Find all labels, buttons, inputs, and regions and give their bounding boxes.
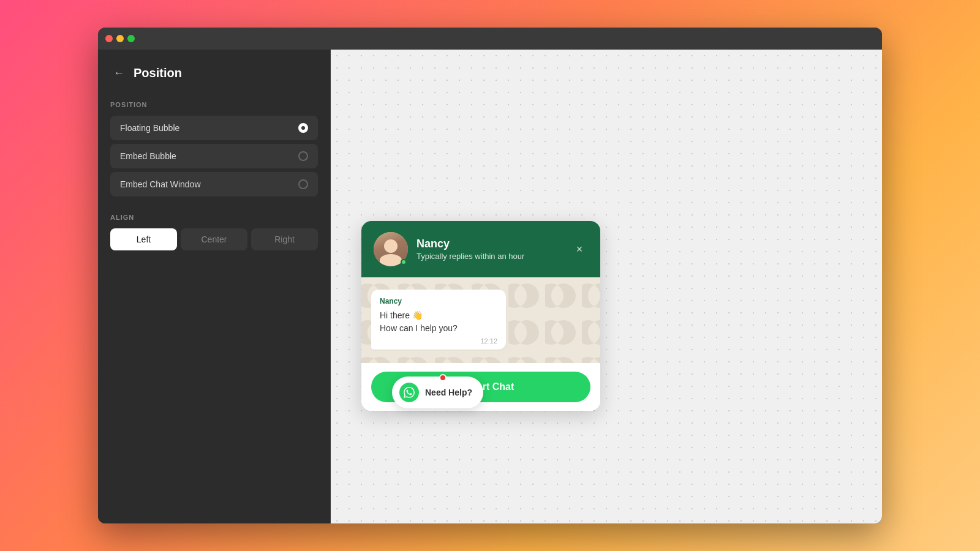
online-indicator — [401, 259, 407, 265]
align-section-label: ALIGN — [110, 214, 318, 221]
position-option-embed-chat-window[interactable]: Embed Chat Window — [110, 172, 318, 197]
radio-embed-chat-window[interactable] — [298, 179, 308, 189]
chat-header-left: Nancy Typically replies within an hour — [374, 232, 524, 266]
avatar-container — [374, 232, 408, 266]
position-option-label: Embed Bubble — [120, 151, 176, 161]
sidebar: ← Position POSITION Floating Bubble — [98, 50, 331, 523]
main-content: ← Position POSITION Floating Bubble — [98, 50, 882, 523]
chat-header: Nancy Typically replies within an hour × — [361, 221, 600, 277]
align-buttons: Left Center Right — [110, 228, 318, 250]
traffic-lights — [105, 35, 135, 42]
agent-status: Typically replies within an hour — [417, 252, 524, 261]
back-button[interactable]: ← — [110, 64, 127, 81]
align-section: ALIGN Left Center Right — [110, 214, 318, 250]
message-text-line1: Hi there 👋 — [380, 309, 497, 322]
position-section-label: POSITION — [110, 101, 318, 108]
message-bubble: Nancy Hi there 👋 How can I help you? 12:… — [371, 290, 506, 350]
traffic-light-minimize[interactable] — [116, 35, 124, 42]
position-section: POSITION Floating Bubble Embed Bubble — [110, 101, 318, 197]
radio-floating-bubble[interactable] — [298, 123, 308, 133]
align-center-button[interactable]: Center — [181, 228, 247, 250]
title-bar — [98, 28, 882, 50]
app-window: ← Position POSITION Floating Bubble — [98, 28, 882, 523]
chat-messages: Nancy Hi there 👋 How can I help you? 12:… — [361, 277, 600, 363]
position-option-floating-bubble[interactable]: Floating Bubble — [110, 116, 318, 140]
chat-header-info: Nancy Typically replies within an hour — [417, 238, 524, 261]
preview-area: Nancy Typically replies within an hour ×… — [331, 50, 882, 523]
bubble-label: Need Help? — [425, 388, 472, 397]
align-right-button[interactable]: Right — [251, 228, 318, 250]
whatsapp-bubble-icon — [404, 387, 415, 398]
page-title: Position — [134, 66, 182, 80]
sidebar-header: ← Position — [110, 64, 318, 81]
traffic-light-fullscreen[interactable] — [127, 35, 135, 42]
agent-name: Nancy — [417, 238, 524, 250]
position-options: Floating Bubble Embed Bubble Embed Chat … — [110, 116, 318, 197]
chat-close-button[interactable]: × — [571, 241, 588, 258]
bubble-whatsapp-icon — [399, 383, 419, 402]
message-sender: Nancy — [380, 297, 497, 305]
bubble-notification-dot — [439, 374, 447, 381]
radio-embed-bubble[interactable] — [298, 151, 308, 161]
align-left-button[interactable]: Left — [110, 228, 177, 250]
message-text-line2: How can I help you? — [380, 322, 497, 335]
position-option-label: Floating Bubble — [120, 123, 179, 133]
chat-widget: Nancy Typically replies within an hour ×… — [361, 221, 600, 421]
message-time: 12:12 — [380, 337, 497, 345]
position-option-embed-bubble[interactable]: Embed Bubble — [110, 144, 318, 168]
position-option-label: Embed Chat Window — [120, 179, 201, 189]
traffic-light-close[interactable] — [105, 35, 113, 42]
floating-bubble[interactable]: Need Help? — [392, 377, 483, 408]
